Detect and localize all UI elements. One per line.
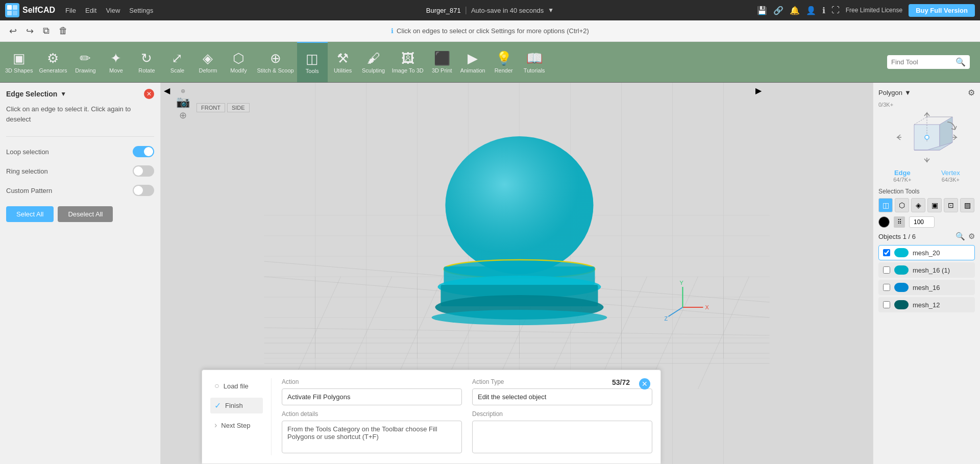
- tool-label-rotate: Rotate: [138, 67, 155, 74]
- tool-3d-print[interactable]: ⬛ 3D Print: [427, 42, 457, 82]
- panel-dropdown-icon[interactable]: ▼: [60, 90, 66, 97]
- fullscreen-icon[interactable]: ⛶: [831, 6, 840, 15]
- menu-view[interactable]: View: [102, 5, 124, 16]
- obj-checkbox-mesh16[interactable]: [883, 284, 890, 291]
- delete-button[interactable]: 🗑: [57, 23, 70, 38]
- tool-label-3d-shapes: 3D Shapes: [5, 67, 33, 74]
- svg-point-43: [446, 136, 594, 274]
- save-icon[interactable]: 💾: [757, 6, 767, 15]
- sel-tool-2[interactable]: ⬡: [895, 198, 909, 212]
- object-list: mesh_20 mesh_16 (1) mesh_16 mesh_12: [878, 245, 975, 312]
- action-details-textarea[interactable]: From the Tools Category on the Toolbar c…: [282, 421, 462, 453]
- polygon-selector[interactable]: Polygon ▼: [878, 89, 911, 96]
- tool-drawing[interactable]: ✏ Drawing: [70, 42, 101, 82]
- tool-rotate[interactable]: ↻ Rotate: [131, 42, 162, 82]
- polygon-count: 0/3K+: [878, 102, 975, 108]
- svg-text:Y: Y: [680, 280, 684, 286]
- dots-icon[interactable]: ⠿: [894, 216, 905, 228]
- find-tool-icon: 🔍: [955, 57, 966, 67]
- edge-label: Edge: [894, 169, 911, 177]
- objects-settings-icon[interactable]: ⚙: [968, 232, 975, 241]
- loop-selection-toggle[interactable]: [133, 146, 154, 157]
- find-tool-input[interactable]: [891, 58, 952, 66]
- objects-search-icon[interactable]: 🔍: [955, 232, 965, 241]
- tool-animation[interactable]: ▶ Animation: [457, 42, 488, 82]
- left-panel: Edge Selection ▼ ✕ Click on an edge to s…: [0, 83, 161, 464]
- sel-tool-5[interactable]: ⊡: [944, 198, 958, 212]
- tut-step-finish[interactable]: ✓ Finish: [210, 398, 263, 413]
- description-input[interactable]: [472, 421, 652, 453]
- tool-image-to-3d[interactable]: 🖼 Image To 3D: [389, 42, 427, 82]
- vertex-selector[interactable]: Vertex 64/3K+: [941, 169, 960, 183]
- sel-tool-4[interactable]: ▣: [927, 198, 942, 212]
- edge-vertex-row: Edge 64/7K+ Vertex 64/3K+: [878, 169, 975, 183]
- select-all-button[interactable]: Select All: [6, 206, 54, 222]
- tool-scale[interactable]: ⤢ Scale: [162, 42, 192, 82]
- right-panel-gear-icon[interactable]: ⚙: [968, 88, 975, 97]
- object-item-mesh16[interactable]: mesh_16: [878, 280, 975, 295]
- tool-utilities[interactable]: ⚒ Utilities: [328, 42, 358, 82]
- tool-tutorials[interactable]: 📖 Tutorials: [519, 42, 550, 82]
- sel-tool-6[interactable]: ▨: [960, 198, 974, 212]
- buy-button[interactable]: Buy Full Version: [909, 4, 975, 17]
- redo-button[interactable]: ↪: [24, 23, 36, 39]
- svg-rect-2: [13, 5, 17, 10]
- tool-label-tools: Tools: [306, 68, 319, 74]
- action-details-field: Action details From the Tools Category o…: [282, 410, 462, 455]
- obj-checkbox-mesh20[interactable]: [883, 249, 890, 256]
- action-input[interactable]: [282, 388, 462, 405]
- tut-step-next[interactable]: › Next Step: [210, 418, 263, 433]
- status-text: Click on edges to select or click Settin…: [397, 27, 589, 35]
- opacity-input[interactable]: [909, 216, 935, 228]
- viewport[interactable]: ◀ ▶ ⊕ 📷 ⊕ FRONT SIDE: [161, 83, 873, 464]
- tool-3d-shapes[interactable]: ▣ 3D Shapes: [2, 42, 36, 82]
- tool-stitch-scoop[interactable]: ⊕ Stitch & Scoop: [254, 42, 297, 82]
- toolbar: ▣ 3D Shapes ⚙ Generators ✏ Drawing ✦ Mov…: [0, 42, 980, 83]
- menu-file[interactable]: File: [61, 5, 80, 16]
- tut-step-load-file[interactable]: ○ Load file: [210, 378, 263, 394]
- ring-selection-toggle[interactable]: [133, 165, 154, 177]
- menu-settings[interactable]: Settings: [125, 5, 157, 16]
- view-orientation: ⊕ 📷 ⊕: [176, 88, 190, 121]
- edge-selector[interactable]: Edge 64/7K+: [893, 169, 911, 183]
- action-type-input[interactable]: [472, 388, 652, 405]
- deselect-all-button[interactable]: Deselect All: [58, 206, 113, 222]
- viewport-left-nav[interactable]: ◀: [164, 86, 170, 95]
- tool-label-tutorials: Tutorials: [524, 67, 545, 74]
- menu-edit[interactable]: Edit: [81, 5, 101, 16]
- tool-label-drawing: Drawing: [75, 67, 95, 74]
- color-picker[interactable]: [878, 216, 890, 228]
- tool-deform[interactable]: ◈ Deform: [192, 42, 223, 82]
- view-cube-container[interactable]: [878, 112, 975, 163]
- object-item-mesh16-1[interactable]: mesh_16 (1): [878, 262, 975, 278]
- tool-move[interactable]: ✦ Move: [101, 42, 131, 82]
- object-item-mesh12[interactable]: mesh_12: [878, 297, 975, 312]
- share-icon[interactable]: 🔗: [773, 6, 783, 15]
- user-icon[interactable]: 👤: [806, 6, 816, 15]
- viewport-right-nav[interactable]: ▶: [755, 86, 762, 95]
- tool-label-deform: Deform: [199, 67, 217, 74]
- tool-tools[interactable]: ◫ Tools: [297, 42, 328, 82]
- tutorial-close-button[interactable]: ✕: [639, 378, 650, 389]
- panel-close-button[interactable]: ✕: [144, 89, 154, 99]
- object-item-mesh20[interactable]: mesh_20: [878, 245, 975, 260]
- notification-icon[interactable]: 🔔: [790, 6, 800, 15]
- copy-button[interactable]: ⧉: [41, 23, 52, 38]
- custom-pattern-toggle[interactable]: [133, 185, 154, 196]
- info-icon[interactable]: ℹ: [822, 6, 825, 15]
- svg-rect-4: [13, 11, 17, 15]
- tutorial-fields-bottom: Action details From the Tools Category o…: [282, 410, 652, 455]
- description-field: Description: [472, 410, 652, 455]
- undo-button[interactable]: ↩: [7, 23, 19, 39]
- action-field: Action: [282, 378, 462, 405]
- autosave-dropdown[interactable]: ▼: [548, 7, 554, 14]
- tool-sculpting[interactable]: 🖌 Sculpting: [358, 42, 389, 82]
- tool-generators[interactable]: ⚙ Generators: [36, 42, 70, 82]
- sel-tool-3[interactable]: ◈: [911, 198, 925, 212]
- tool-render[interactable]: 💡 Render: [488, 42, 519, 82]
- tool-modify[interactable]: ⬡ Modify: [223, 42, 254, 82]
- obj-checkbox-mesh12[interactable]: [883, 301, 890, 308]
- sel-tool-1[interactable]: ◫: [878, 198, 893, 212]
- obj-checkbox-mesh16-1[interactable]: [883, 266, 890, 274]
- autosave-status[interactable]: Auto-save in 40 seconds: [471, 7, 544, 14]
